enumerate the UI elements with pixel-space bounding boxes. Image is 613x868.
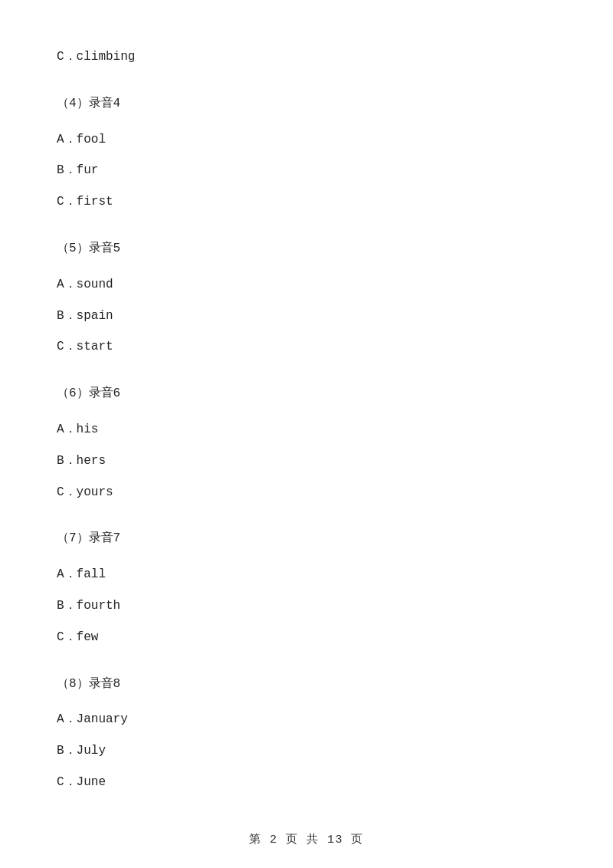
item-b-fur: B．fur bbox=[57, 159, 556, 182]
section-4-header: （4）录音4 bbox=[57, 93, 556, 115]
section-6-header: （6）录音6 bbox=[57, 383, 556, 405]
item-b-hers: B．hers bbox=[57, 450, 556, 472]
item-c-few: C．few bbox=[57, 626, 556, 649]
item-b-july: B．July bbox=[57, 740, 556, 762]
page-content: C．climbing （4）录音4 A．fool B．fur C．first （… bbox=[0, 0, 613, 856]
section-8-header: （8）录音8 bbox=[57, 673, 556, 695]
page-footer: 第 2 页 共 13 页 bbox=[0, 832, 613, 847]
item-c-yours: C．yours bbox=[57, 482, 556, 504]
item-a-sound: A．sound bbox=[57, 274, 556, 296]
item-c-climbing: C．climbing bbox=[57, 46, 556, 68]
item-c-june: C．June bbox=[57, 771, 556, 794]
item-a-fool: A．fool bbox=[57, 129, 556, 151]
item-a-fall: A．fall bbox=[57, 564, 556, 586]
item-c-first: C．first bbox=[57, 191, 556, 213]
section-7-header: （7）录音7 bbox=[57, 528, 556, 550]
item-b-spain: B．spain bbox=[57, 305, 556, 327]
item-b-fourth: B．fourth bbox=[57, 595, 556, 617]
section-5-header: （5）录音5 bbox=[57, 238, 556, 260]
item-a-his: A．his bbox=[57, 419, 556, 441]
item-c-start: C．start bbox=[57, 336, 556, 358]
item-a-january: A．January bbox=[57, 709, 556, 731]
